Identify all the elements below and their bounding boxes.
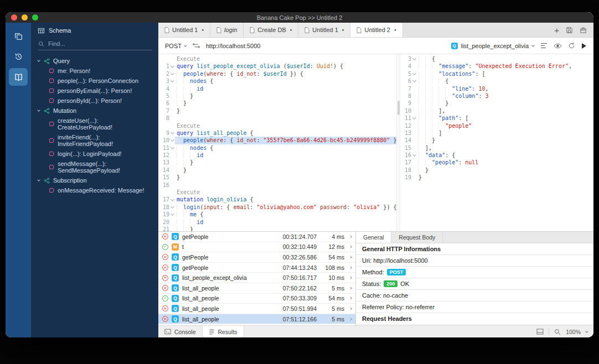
- fold-icon[interactable]: [169, 80, 175, 82]
- code-text[interactable]: me {: [175, 211, 396, 218]
- execute-link[interactable]: Execute: [177, 189, 200, 195]
- result-row[interactable]: ✕Qlist_all_people07:50:51.9945 ms: [158, 304, 355, 314]
- pane-splitter[interactable]: [396, 54, 400, 231]
- code-text[interactable]: login(input: { email: "olivia@yahoo.com"…: [175, 204, 396, 211]
- schema-field[interactable]: onMessageReceived: Message!: [31, 185, 158, 195]
- code-text[interactable]: id: [175, 152, 396, 159]
- tab-results[interactable]: Results: [202, 326, 244, 337]
- fold-icon[interactable]: [411, 154, 417, 156]
- zoom-level[interactable]: 100%: [566, 329, 581, 335]
- code-text[interactable]: Execute: [175, 55, 396, 63]
- execute-link[interactable]: Execute: [177, 123, 200, 129]
- code-text[interactable]: }: [417, 137, 593, 144]
- code-text[interactable]: }: [175, 167, 396, 174]
- general-tab-request-body[interactable]: Request Body: [391, 232, 443, 243]
- code-text[interactable]: {: [417, 55, 593, 63]
- code-text[interactable]: "message": "Unexpected Execution Error",: [417, 63, 593, 70]
- format-button[interactable]: [540, 43, 548, 49]
- code-text[interactable]: query list_all_people {: [175, 129, 396, 137]
- code-text[interactable]: id: [175, 219, 396, 226]
- fold-icon[interactable]: [411, 73, 417, 75]
- schema-button[interactable]: [9, 68, 28, 86]
- response-viewer[interactable]: 3 {4 "message": "Unexpected Execution Er…: [400, 54, 593, 231]
- query-editor[interactable]: Execute1query list_people_except_olivia …: [158, 54, 396, 231]
- code-text[interactable]: nodes {: [175, 77, 396, 85]
- new-tab-button[interactable]: +: [554, 26, 559, 34]
- code-text[interactable]: [175, 115, 396, 122]
- schema-field[interactable]: sendMessage(...): SendMessagePayload!: [31, 159, 158, 175]
- result-row[interactable]: ✕Qlist_all_people07:50:22.1625 ms: [158, 283, 355, 294]
- fold-icon[interactable]: [169, 206, 175, 208]
- document-tab[interactable]: Untitled 1●: [158, 23, 210, 37]
- document-tab[interactable]: login: [210, 23, 244, 37]
- fold-icon[interactable]: [169, 147, 175, 149]
- code-text[interactable]: people(where: { id_not: "355f7be6-8a66-4…: [175, 137, 396, 144]
- code-text[interactable]: }: [417, 100, 593, 107]
- fold-icon[interactable]: [411, 58, 417, 60]
- document-tab[interactable]: Untitled 2●: [350, 23, 402, 37]
- result-row[interactable]: ✓Qlist_all_people07:50:33.30954 ms: [158, 294, 355, 304]
- code-text[interactable]: }: [175, 226, 396, 231]
- fold-icon[interactable]: [169, 139, 175, 141]
- history-button[interactable]: [9, 48, 28, 65]
- save-button[interactable]: [566, 27, 573, 34]
- code-text[interactable]: query list_people_except_olivia ($userId…: [175, 63, 396, 70]
- operation-select[interactable]: Q list_people_except_olivia: [451, 43, 534, 49]
- schema-field[interactable]: login(...): LoginPayload!: [31, 149, 158, 159]
- refresh-button[interactable]: [568, 42, 575, 49]
- document-tab[interactable]: Create DB●: [244, 23, 298, 37]
- schema-find-input[interactable]: Find...: [38, 38, 152, 50]
- schema-field[interactable]: inviteFriend(...): InviteFriendPayload!: [31, 132, 158, 149]
- code-text[interactable]: }: [175, 92, 396, 100]
- fold-icon[interactable]: [411, 117, 417, 119]
- code-text[interactable]: }: [175, 159, 396, 166]
- document-tab[interactable]: Untitled 1●: [298, 23, 350, 37]
- scrollbar-thumb[interactable]: [397, 101, 400, 115]
- code-text[interactable]: }: [175, 107, 396, 115]
- code-text[interactable]: ]: [417, 129, 593, 137]
- fold-icon[interactable]: [169, 214, 175, 215]
- run-button[interactable]: [581, 43, 587, 49]
- code-text[interactable]: Execute: [175, 122, 396, 129]
- code-text[interactable]: id: [175, 85, 396, 92]
- code-text[interactable]: "line": 10,: [417, 85, 593, 92]
- code-text[interactable]: [175, 181, 396, 189]
- eye-button[interactable]: [554, 43, 562, 49]
- result-row[interactable]: ✕QgetPeople00:31:24.7074 ms: [158, 232, 355, 242]
- schema-field[interactable]: personByEmail(...): Person!: [31, 86, 158, 96]
- schema-field[interactable]: personById(...): Person!: [31, 96, 158, 106]
- layout-icon[interactable]: [536, 329, 544, 335]
- code-text[interactable]: people(where: { id_not: $userId }) {: [175, 70, 396, 77]
- code-text[interactable]: }: [175, 100, 396, 107]
- code-text[interactable]: }: [417, 174, 593, 181]
- general-tab-general[interactable]: General: [356, 232, 391, 243]
- result-row[interactable]: ✕QgetPeople07:44:13.243108 ms: [158, 263, 355, 273]
- save-all-button[interactable]: [580, 27, 587, 34]
- maximize-window-button[interactable]: [32, 14, 38, 20]
- result-row[interactable]: ✕Qlist_all_people07:51:12.1665 ms: [158, 314, 355, 325]
- result-row[interactable]: ✕Qlist_people_except_olivia07:50:16.7171…: [158, 273, 355, 283]
- code-text[interactable]: "data": {: [417, 152, 593, 159]
- fold-icon[interactable]: [411, 80, 417, 82]
- close-window-button[interactable]: [11, 14, 17, 20]
- schema-field[interactable]: people(...): PersonConnection: [31, 76, 158, 86]
- method-select[interactable]: POST: [165, 43, 187, 49]
- result-row[interactable]: ✓Mt00:32:10.44912 ms: [158, 242, 355, 253]
- documents-button[interactable]: [9, 27, 28, 45]
- fold-icon[interactable]: [169, 132, 175, 134]
- code-text[interactable]: "people": null: [417, 159, 593, 166]
- code-text[interactable]: {: [417, 77, 593, 85]
- swap-icon[interactable]: [192, 43, 200, 49]
- fold-icon[interactable]: [169, 73, 175, 75]
- url-input[interactable]: http://localhost:5000: [206, 43, 260, 49]
- code-text[interactable]: "path": [: [417, 115, 593, 122]
- chevron-down-icon[interactable]: [585, 330, 588, 333]
- schema-group-mutation[interactable]: Mutation: [31, 106, 158, 116]
- schema-field[interactable]: me: Person!: [31, 66, 158, 76]
- code-text[interactable]: Execute: [175, 189, 396, 196]
- fold-icon[interactable]: [169, 66, 175, 67]
- code-text[interactable]: ],: [417, 107, 593, 115]
- schema-group-subscription[interactable]: Subscription: [31, 175, 158, 185]
- minimize-window-button[interactable]: [22, 14, 28, 20]
- code-text[interactable]: ],: [417, 144, 593, 152]
